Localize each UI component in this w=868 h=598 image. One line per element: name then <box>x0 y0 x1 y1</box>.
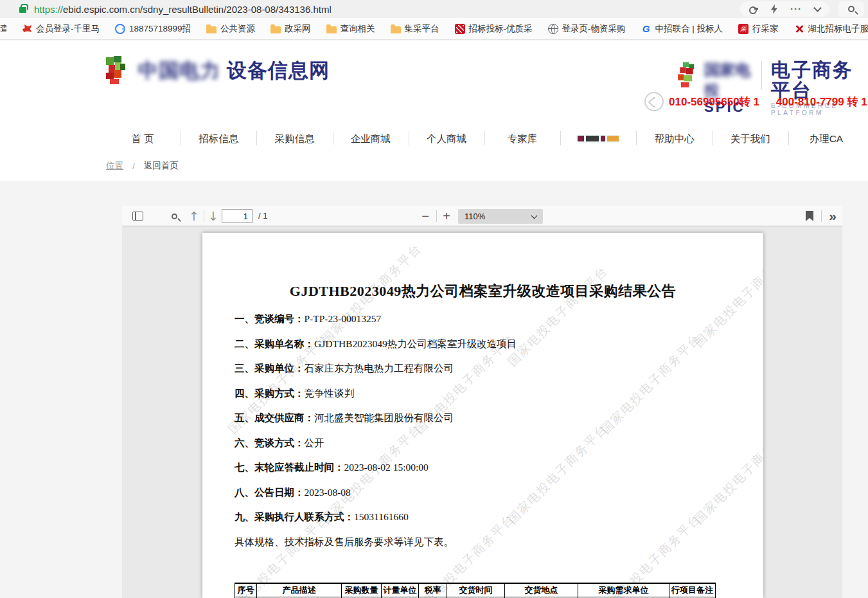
site-logo-text: 设备信息网 <box>227 57 330 84</box>
bookmark-item[interactable]: 查询相关 <box>326 23 375 35</box>
breadcrumb-home-link[interactable]: 返回首页 <box>144 160 179 172</box>
document-body: 一、竞谈编号：P-TP-23-00013257 二、采购单名称：GJDTHB20… <box>235 313 736 560</box>
nav-item-help-center[interactable]: 帮助中心 <box>636 126 712 152</box>
main-nav: 首 页 招标信息 采购信息 企业商城 个人商城 专家库 帮助中心 关于我们 办理… <box>105 126 864 152</box>
arrow-down-icon: ↓ <box>208 209 218 223</box>
folder-icon <box>206 26 217 33</box>
site-logo[interactable]: 中国电力 设备信息网 <box>105 56 330 86</box>
pdf-search-button[interactable] <box>164 206 184 226</box>
breadcrumb: 位置 / 返回首页 <box>106 160 179 172</box>
arrow-up-icon: ↑ <box>189 209 199 223</box>
doc-item: 八、公告日期：2023-08-08 <box>235 486 736 499</box>
bookmark-clipped-left[interactable]: 查 <box>0 23 6 35</box>
chevron-down-icon[interactable] <box>813 4 822 12</box>
phone-number-2: 400-810-7799 转 1 <box>776 95 867 109</box>
divider <box>821 210 822 222</box>
service-phones: 010-56995650转 1 400-810-7799 转 1 <box>644 92 867 111</box>
url-scheme: https:// <box>34 4 63 15</box>
page-up-button[interactable]: ↑ <box>185 206 203 226</box>
breadcrumb-location: 位置 <box>106 160 123 172</box>
more-menu-icon[interactable]: ··· <box>790 6 802 12</box>
search-icon <box>848 6 855 12</box>
breadcrumb-separator: / <box>132 161 135 171</box>
bookmarks-bar: 查 会员登录-千里马 18875718999招 公共资源 政采网 查询相关 集采… <box>0 18 868 40</box>
page-down-button[interactable]: ↓ <box>204 206 222 226</box>
double-chevron-icon: » <box>829 208 835 224</box>
doc-item: 九、采购执行人联系方式：15031161660 <box>235 511 736 523</box>
browser-search-pill[interactable] <box>838 1 864 17</box>
folder-icon <box>326 26 337 33</box>
globe-icon <box>548 24 558 34</box>
spec-table: 序号 产品描述 采购数量 计量单位 税率 交货时间 交货地点 采购需求单位 行项… <box>235 583 716 598</box>
more-tools-button[interactable]: » <box>822 206 842 226</box>
doc-item: 二、采购单名称：GJDTHB2023049热力公司档案室升级改造项目 <box>235 338 736 350</box>
nav-item-procurement-info[interactable]: 采购信息 <box>256 126 332 152</box>
red-cai-icon: 采 <box>738 24 748 34</box>
col-delivery-place: 交货地点 <box>505 583 578 597</box>
nav-item-home[interactable]: 首 页 <box>105 126 181 152</box>
site-logo-mark-icon <box>105 56 132 86</box>
sidebar-toggle-icon <box>132 212 143 221</box>
divider <box>436 210 437 222</box>
col-quantity: 采购数量 <box>342 583 382 597</box>
doc-item: 三、采购单位：石家庄东方热电热力工程有限公司 <box>235 362 736 375</box>
zoom-out-button[interactable]: − <box>416 206 434 226</box>
bookmark-button[interactable] <box>800 206 819 226</box>
phone-icon <box>644 92 664 111</box>
doc-item: 七、末轮应答截止时间：2023-08-02 15:00:00 <box>235 461 736 474</box>
lightning-icon[interactable] <box>771 5 777 14</box>
nav-item-personal-mall[interactable]: 个人商城 <box>409 126 484 152</box>
col-line-remark: 行项目备注 <box>669 583 716 597</box>
minus-icon: − <box>421 209 429 224</box>
col-delivery-time: 交货时间 <box>447 583 505 597</box>
password-key-icon[interactable] <box>749 6 758 12</box>
nav-item-expert-pool[interactable]: 专家库 <box>484 126 560 152</box>
divider <box>761 61 762 89</box>
redacted-pixels <box>576 135 620 143</box>
page-total-label: / 1 <box>258 211 267 221</box>
bookmark-item[interactable]: 会员登录-千里马 <box>22 23 100 35</box>
pdf-page: 国家电投电子商务平台 国家电投电子商务平台 国家电投电子商务平台 国家电投电子商… <box>202 233 763 598</box>
zoom-in-button[interactable]: + <box>438 206 456 226</box>
zoom-level-select[interactable]: 110% <box>458 209 543 224</box>
url-text[interactable]: https://ebid.espic.com.cn/sdny_resultBul… <box>34 4 332 15</box>
sidebar-toggle-button[interactable] <box>127 206 148 226</box>
pdf-canvas[interactable]: 国家电投电子商务平台 国家电投电子商务平台 国家电投电子商务平台 国家电投电子商… <box>122 226 842 598</box>
bookmark-item[interactable]: 政采网 <box>270 23 311 35</box>
doc-item: 六、竞谈方式：公开 <box>235 437 736 449</box>
bookmark-item[interactable]: 公共资源 <box>206 23 255 35</box>
col-unit: 计量单位 <box>382 583 419 597</box>
pdf-search-icon <box>172 213 177 219</box>
bookmark-item[interactable]: 招标投标-优质采 <box>455 23 533 35</box>
pdf-toolbar: ↑ ↓ / 1 − + 110% » <box>122 206 842 226</box>
red-badge-icon <box>455 24 465 34</box>
browser-address-bar[interactable]: https://ebid.espic.com.cn/sdny_resultBul… <box>0 0 868 18</box>
site-logo-blurred-text: 中国电力 <box>138 57 220 84</box>
nav-item-tender-info[interactable]: 招标信息 <box>181 126 256 152</box>
plus-icon: + <box>443 209 450 224</box>
bookmark-item[interactable]: G中招联合 | 投标人 <box>641 23 723 35</box>
bookmark-item[interactable]: 登录页-物资采购 <box>548 23 626 35</box>
ssl-lock-icon[interactable] <box>19 7 26 13</box>
site-header: 中国电力 设备信息网 国家电投 SPIC 电子商务平台 E-COMMERCE P… <box>0 41 868 181</box>
nav-item-about-us[interactable]: 关于我们 <box>713 126 788 152</box>
doc-item: 五、成交供应商：河北盛美智能集团股份有限公司 <box>235 412 736 424</box>
table-header-row: 序号 产品描述 采购数量 计量单位 税率 交货时间 交货地点 采购需求单位 行项… <box>235 583 716 597</box>
bookmark-item[interactable]: 集采平台 <box>391 23 439 35</box>
chevron-down-icon <box>531 212 538 219</box>
browser-action-icons: ··· <box>740 1 829 17</box>
nav-item-ca[interactable]: 办理CA <box>788 126 864 152</box>
bookmark-item[interactable]: 18875718999招 <box>115 23 191 35</box>
col-product-desc: 产品描述 <box>257 583 342 597</box>
bookmark-item[interactable]: 湖北招标电子服 <box>794 23 868 35</box>
nav-item-redacted[interactable] <box>560 126 636 152</box>
pdf-viewer: ↑ ↓ / 1 − + 110% » 国家电投电子商务平台 国家电投电子商务平台… <box>122 206 842 598</box>
page-number-input[interactable] <box>222 209 252 223</box>
g-blue-icon: G <box>641 24 651 34</box>
doc-item: 四、采购方式：竞争性谈判 <box>235 387 736 400</box>
col-serial: 序号 <box>235 583 257 597</box>
bookmark-item[interactable]: 采行采家 <box>738 23 779 35</box>
url-path: ebid.espic.com.cn/sdny_resultBulletin/20… <box>63 4 332 15</box>
nav-item-enterprise-mall[interactable]: 企业商城 <box>333 126 409 152</box>
phone-number-1: 010-56995650转 1 <box>669 95 759 109</box>
